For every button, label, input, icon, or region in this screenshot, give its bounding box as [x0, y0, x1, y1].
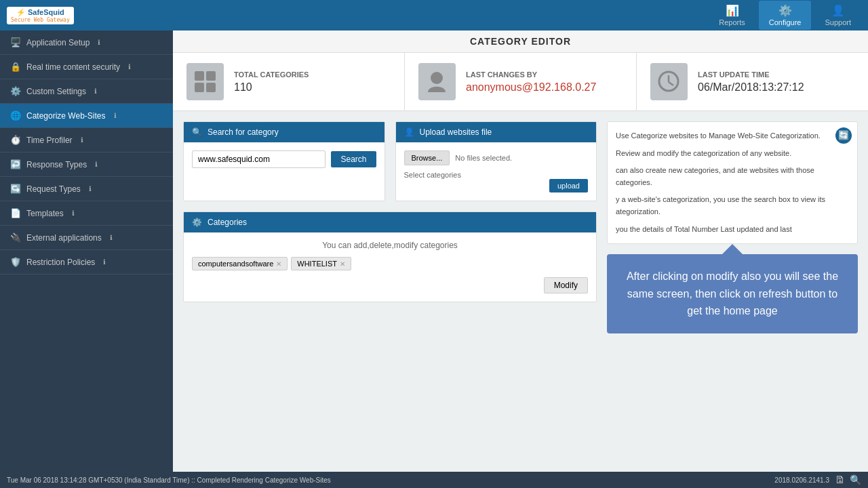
nav-configure[interactable]: ⚙️ Configure	[759, 1, 812, 30]
categories-stat-icon	[186, 63, 224, 100]
categorize-icon: 🌐	[10, 110, 21, 121]
sidebar-item-time-profiler[interactable]: ⏱️ Time Profiler ℹ	[0, 128, 173, 152]
upload-button[interactable]: upload	[549, 179, 588, 192]
info-text-3: can also create new categories, and ate …	[616, 165, 849, 188]
help-icon-7: ℹ	[72, 209, 75, 217]
sidebar-item-label: Time Profiler	[26, 136, 73, 145]
svg-rect-0	[195, 71, 204, 81]
sidebar-item-response-types[interactable]: ↩️ Response Types ℹ	[0, 152, 173, 177]
sidebar-item-external-applications[interactable]: 🔌 External applications ℹ	[0, 226, 173, 250]
categories-panel-body: You can add,delete,modify categories com…	[184, 232, 596, 302]
no-file-label: No files selected.	[455, 154, 512, 162]
tag-remove-1[interactable]: ✕	[340, 260, 345, 268]
upload-panel-header: 👤 Upload websites file	[396, 122, 597, 142]
svg-rect-1	[206, 71, 216, 81]
left-panels: 🔍 Search for category Search	[183, 121, 597, 333]
select-categories-label: Select categories	[404, 171, 589, 179]
status-icon-1[interactable]: 🖺	[835, 474, 844, 485]
search-row: Search	[192, 150, 376, 168]
stats-row: TOTAL CATEGORIES 110 LAST CHANGES BY ano…	[173, 53, 868, 111]
sidebar-item-restriction-policies[interactable]: 🛡️ Restriction Policies ℹ	[0, 250, 173, 274]
realtime-icon: 🔒	[10, 62, 21, 72]
categories-panel: ⚙️ Categories You can add,delete,modify …	[183, 211, 597, 302]
categories-header-label: Categories	[208, 218, 247, 227]
help-icon-6: ℹ	[89, 185, 92, 192]
templates-icon: 📄	[10, 208, 21, 218]
browse-button[interactable]: Browse...	[404, 150, 450, 165]
nav-support[interactable]: 👤 Support	[814, 1, 861, 30]
main-layout: 🖥️ Application Setup ℹ 🔒 Real time conte…	[0, 30, 868, 472]
modify-button[interactable]: Modify	[544, 277, 588, 293]
sidebar-item-label: Categorize Web-Sites	[26, 111, 106, 121]
stat-categories-value: 110	[234, 81, 309, 94]
time-profiler-icon: ⏱️	[10, 135, 21, 145]
upload-header-label: Upload websites file	[420, 127, 492, 137]
restriction-policies-icon: 🛡️	[10, 257, 21, 267]
sidebar-item-label: Custom Settings	[26, 87, 86, 96]
content-area: CATEGORY EDITOR TOTAL CATEGORIES 110 LAS…	[173, 30, 868, 472]
help-icon-8: ℹ	[110, 234, 113, 241]
sidebar-item-categorize-websites[interactable]: 🌐 Categorize Web-Sites ℹ	[0, 104, 173, 128]
info-text-4: y a web-site's categorization, you use t…	[616, 194, 849, 218]
top-navigation: ⚡ SafeSquid Secure Web Gateway 📊 Reports…	[0, 0, 868, 30]
sidebar-item-realtime-content[interactable]: 🔒 Real time content security ℹ	[0, 55, 173, 79]
categories-description: You can add,delete,modify categories	[192, 241, 588, 250]
reports-icon: 📊	[726, 4, 739, 17]
upload-panel: 👤 Upload websites file Browse... No file…	[395, 121, 597, 201]
search-panel-body: Search	[184, 142, 384, 176]
sidebar-item-label: Templates	[26, 209, 64, 218]
info-text-2: Review and modify the categorization of …	[616, 148, 849, 160]
stat-changes-label: LAST CHANGES BY	[466, 70, 596, 79]
search-panel: 🔍 Search for category Search	[183, 121, 385, 201]
help-icon-3: ℹ	[114, 112, 117, 119]
status-icon-2[interactable]: 🔍	[850, 474, 861, 485]
svg-line-7	[669, 82, 673, 85]
search-input[interactable]	[192, 150, 326, 168]
sidebar-item-label: Restriction Policies	[26, 258, 95, 267]
svg-rect-2	[195, 83, 204, 92]
changes-stat-icon	[418, 63, 456, 100]
tag-whitelist: WHITELIST ✕	[291, 257, 351, 270]
sidebar-item-application-setup[interactable]: 🖥️ Application Setup ℹ	[0, 30, 173, 55]
categories-panel-header: ⚙️ Categories	[184, 212, 596, 232]
response-types-icon: ↩️	[10, 159, 21, 169]
stat-total-categories: TOTAL CATEGORIES 110	[173, 53, 405, 110]
stat-update-value: 06/Mar/2018:13:27:12	[698, 81, 804, 94]
support-icon: 👤	[831, 4, 845, 17]
tag-remove-0[interactable]: ✕	[276, 260, 281, 268]
categories-header-icon: ⚙️	[192, 218, 202, 227]
help-icon-4: ℹ	[81, 136, 83, 144]
callout-text: After clicking on modify also you will s…	[627, 270, 838, 317]
logo-title: ⚡ SafeSquid	[16, 8, 64, 17]
logo: ⚡ SafeSquid Secure Web Gateway	[7, 7, 74, 24]
stat-update-info: LAST UPDATE TIME 06/Mar/2018:13:27:12	[698, 70, 804, 94]
sidebar-item-custom-settings[interactable]: ⚙️ Custom Settings ℹ	[0, 79, 173, 104]
refresh-button[interactable]: 🔄	[835, 127, 852, 144]
panels-area: 🔍 Search for category Search	[173, 111, 868, 344]
status-text: Tue Mar 06 2018 13:14:28 GMT+0530 (India…	[7, 476, 331, 484]
version-text: 2018.0206.2141.3	[774, 476, 829, 484]
stat-categories-label: TOTAL CATEGORIES	[234, 70, 309, 79]
help-icon-9: ℹ	[103, 258, 106, 266]
upload-browse-row: Browse... No files selected.	[404, 150, 589, 165]
info-text-5: you the details of Total Number Last upd…	[616, 224, 849, 236]
sidebar: 🖥️ Application Setup ℹ 🔒 Real time conte…	[0, 30, 173, 472]
status-right: 2018.0206.2141.3 🖺 🔍	[774, 474, 861, 485]
stat-last-update: LAST UPDATE TIME 06/Mar/2018:13:27:12	[637, 53, 868, 110]
nav-reports-label: Reports	[719, 18, 745, 26]
sidebar-item-templates[interactable]: 📄 Templates ℹ	[0, 201, 173, 226]
status-bar: Tue Mar 06 2018 13:14:28 GMT+0530 (India…	[0, 472, 868, 488]
request-types-icon: ↪️	[10, 184, 21, 194]
help-icon-5: ℹ	[95, 161, 98, 168]
sidebar-item-label: Response Types	[26, 160, 87, 169]
stat-changes-info: LAST CHANGES BY anonymous@192.168.0.27	[466, 70, 596, 94]
sidebar-item-label: Real time content security	[26, 62, 120, 72]
logo-area: ⚡ SafeSquid Secure Web Gateway	[7, 7, 74, 24]
tag-label-1: WHITELIST	[297, 260, 337, 268]
sidebar-item-label: External applications	[26, 233, 102, 243]
nav-reports[interactable]: 📊 Reports	[709, 1, 755, 30]
sidebar-item-label: Application Setup	[26, 38, 90, 47]
help-icon-2: ℹ	[94, 87, 97, 95]
sidebar-item-request-types[interactable]: ↪️ Request Types ℹ	[0, 177, 173, 201]
search-button[interactable]: Search	[331, 151, 376, 167]
